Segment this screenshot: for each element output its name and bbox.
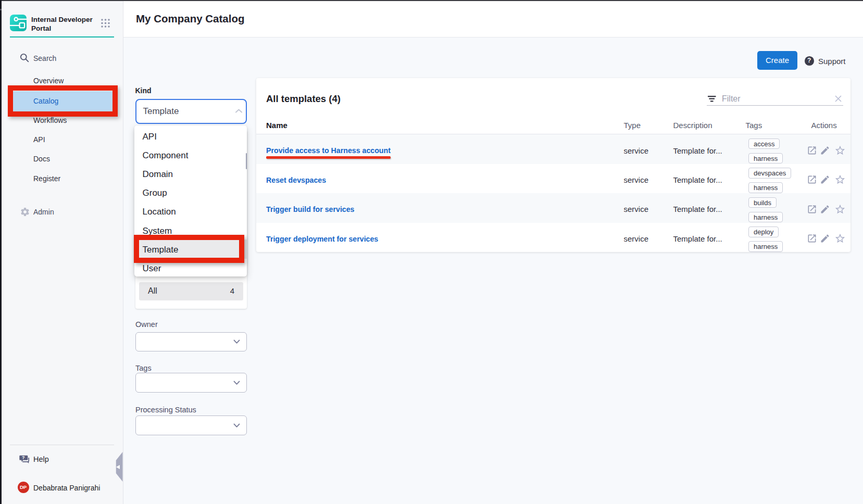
svg-text:?: ?	[22, 455, 25, 460]
